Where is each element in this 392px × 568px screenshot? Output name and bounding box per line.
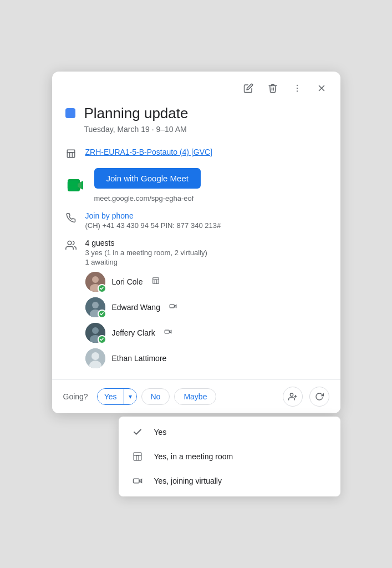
svg-rect-21 xyxy=(165,330,169,333)
guest-list: Lori Cole xyxy=(85,272,327,368)
accepted-check-icon xyxy=(98,335,106,344)
meet-content: Join with Google Meet meet.google.com/sp… xyxy=(94,168,327,202)
event-datetime: Tuesday, March 19 · 9–10 AM xyxy=(84,125,189,134)
event-color-indicator xyxy=(65,108,75,118)
svg-rect-5 xyxy=(67,150,75,158)
svg-point-2 xyxy=(296,91,297,92)
toolbar xyxy=(52,72,340,100)
yes-dropdown-button[interactable]: ▾ xyxy=(124,389,136,404)
svg-point-15 xyxy=(92,302,99,308)
svg-point-19 xyxy=(92,327,99,334)
room-link[interactable]: ZRH-EURA1-5-B-Postauto (4) [GVC] xyxy=(85,148,213,156)
phone-detail: (CH) +41 43 430 94 54 PIN: 877 340 213# xyxy=(85,221,327,230)
rsvp-dropdown: Yes Yes, in a meeting room Yes, joining … xyxy=(119,417,340,496)
guests-yes-detail: 3 yes (1 in a meeting room, 2 virtually) xyxy=(85,248,327,257)
avatar xyxy=(85,323,105,343)
dropdown-item-yes[interactable]: Yes xyxy=(119,420,340,444)
svg-rect-29 xyxy=(133,479,139,483)
edit-button[interactable] xyxy=(238,78,258,98)
repeat-button[interactable] xyxy=(309,387,329,407)
accepted-check-icon xyxy=(98,310,106,318)
event-title: Planning update xyxy=(84,105,189,122)
add-guest-button[interactable] xyxy=(283,387,303,407)
going-label: Going? xyxy=(63,392,88,401)
avatar xyxy=(85,348,105,368)
svg-rect-28 xyxy=(134,453,141,460)
svg-point-25 xyxy=(290,393,293,396)
svg-point-11 xyxy=(92,276,99,283)
svg-rect-13 xyxy=(152,278,159,284)
join-meet-button[interactable]: Join with Google Meet xyxy=(94,168,201,189)
guest-name: Edward Wang xyxy=(112,303,160,312)
delete-button[interactable] xyxy=(263,78,283,98)
dropdown-item-virtually[interactable]: Yes, joining virtually xyxy=(119,469,340,493)
dropdown-item-label: Yes, joining virtually xyxy=(154,476,222,485)
svg-point-1 xyxy=(296,88,297,89)
no-button[interactable]: No xyxy=(141,388,170,405)
svg-point-9 xyxy=(68,241,72,245)
video-icon xyxy=(132,475,143,486)
guests-count: 4 guests xyxy=(85,239,327,247)
guest-name: Ethan Lattimore xyxy=(112,354,167,363)
going-bar: Going? Yes ▾ No Maybe xyxy=(52,380,340,413)
list-item: Edward Wang xyxy=(85,297,327,317)
avatar xyxy=(85,297,105,317)
phone-section: Join by phone (CH) +41 43 430 94 54 PIN:… xyxy=(52,207,340,234)
room-icon xyxy=(152,277,160,286)
dropdown-item-label: Yes xyxy=(154,428,167,437)
svg-point-23 xyxy=(91,352,99,360)
meet-icon xyxy=(65,175,85,195)
event-header: Planning update Tuesday, March 19 · 9–10… xyxy=(52,100,340,142)
list-item: Ethan Lattimore xyxy=(85,348,327,368)
guest-name: Lori Cole xyxy=(112,277,143,286)
room-section: ZRH-EURA1-5-B-Postauto (4) [GVC] xyxy=(52,143,340,164)
phone-join-link[interactable]: Join by phone xyxy=(85,211,327,220)
list-item: Lori Cole xyxy=(85,272,327,292)
maybe-button[interactable]: Maybe xyxy=(174,388,216,405)
list-item: Jeffery Clark xyxy=(85,323,327,343)
guest-name: Jeffery Clark xyxy=(112,328,155,337)
more-options-button[interactable] xyxy=(287,78,307,98)
guests-section: 4 guests 3 yes (1 in a meeting room, 2 v… xyxy=(52,234,340,373)
check-icon xyxy=(132,427,143,438)
guests-awaiting: 1 awaiting xyxy=(85,258,327,266)
dropdown-item-meeting-room[interactable]: Yes, in a meeting room xyxy=(119,444,340,469)
video-icon xyxy=(169,302,177,312)
video-icon xyxy=(164,328,172,337)
building-icon xyxy=(65,148,77,159)
close-button[interactable] xyxy=(312,78,332,98)
meet-url: meet.google.com/spg-egha-eof xyxy=(94,194,327,202)
dropdown-item-label: Yes, in a meeting room xyxy=(154,452,233,461)
svg-rect-17 xyxy=(170,305,174,308)
meet-section: Join with Google Meet meet.google.com/sp… xyxy=(52,164,340,207)
avatar xyxy=(85,272,105,292)
building-icon xyxy=(132,451,143,462)
yes-button[interactable]: Yes xyxy=(98,389,124,404)
yes-button-group: Yes ▾ xyxy=(97,388,137,405)
phone-icon xyxy=(65,212,77,224)
guests-icon xyxy=(65,240,77,251)
svg-point-0 xyxy=(296,85,297,86)
accepted-check-icon xyxy=(98,284,106,293)
